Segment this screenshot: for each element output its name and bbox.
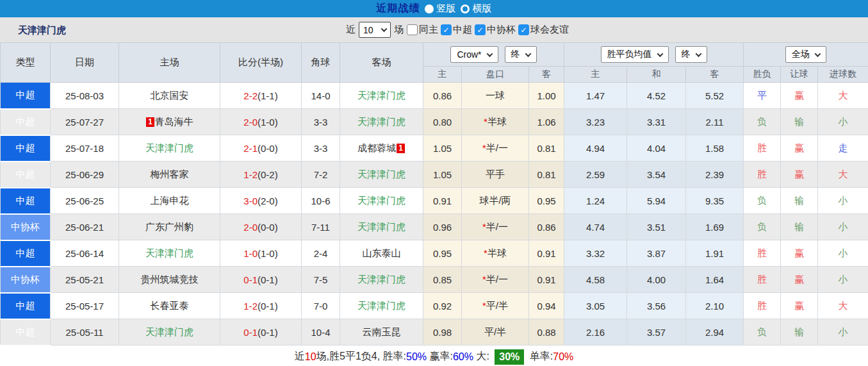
page-title: 近期战绩 [377, 2, 420, 15]
winlose-result-cell: 胜 [744, 293, 781, 319]
home-team-cell: 天津津门虎 [119, 319, 220, 345]
layout-radio-vertical[interactable]: 竖版 [425, 3, 456, 15]
summary-segment: 场,胜5平1负4, 胜率: [316, 350, 406, 363]
mean-state-value: 终 [682, 49, 691, 60]
goals-result-cell: 小 [818, 109, 868, 135]
mean-odds-header-cell: 胜平负均值 终 [564, 43, 744, 67]
winlose-result-cell: 负 [744, 109, 781, 135]
home-team-name: 青岛海牛 [155, 116, 193, 127]
halftime-score: (1-1) [258, 90, 278, 101]
match-history-table: 类型 日期 主场 比分(半场) 角球 客场 Crow* 终 [0, 42, 868, 346]
handicap-text: 一球 [486, 90, 505, 101]
letgoal-result-cell: 输 [781, 109, 818, 135]
checkbox-checked-icon: ✓ [475, 24, 486, 35]
mean-home-cell: 1.24 [564, 188, 627, 214]
corner-cell: 7-2 [302, 162, 340, 188]
checkbox-label: 球会友谊 [530, 24, 569, 36]
goals-result-cell: 大 [818, 162, 868, 188]
table-row: 中协杯25-05-21贵州筑城竞技0-1(0-1)7-5天津津门虎0.85*半/… [1, 267, 868, 293]
letgoal-result-cell: 赢 [781, 135, 818, 162]
winlose-result-cell: 胜 [744, 162, 781, 188]
checkbox-label: 同主 [419, 24, 438, 36]
crow-away-odds-cell: 0.88 [529, 319, 564, 345]
crow-away-odds-cell: 1.06 [529, 109, 564, 135]
type-cell: 中超 [1, 109, 51, 135]
mean-away-cell: 2.10 [686, 293, 744, 319]
score-cell: 0-1(0-1) [220, 319, 302, 345]
handicap-cell: *平/半 [462, 293, 529, 319]
crow-home-odds-cell: 1.05 [423, 162, 462, 188]
date-cell: 25-05-21 [51, 267, 119, 293]
home-team-cell: 贵州筑城竞技 [119, 267, 220, 293]
score-cell: 0-1(0-1) [220, 267, 302, 293]
away-team-name: 云南玉昆 [363, 326, 401, 337]
halftime-score: (2-0) [258, 195, 278, 206]
handicap-cell: 球半/两 [462, 188, 529, 214]
sub-header-handicap: 盘口 [462, 67, 529, 83]
mean-home-cell: 4.74 [564, 214, 627, 240]
radio-label-vertical: 竖版 [437, 3, 456, 15]
away-team-name: 天津津门虎 [357, 169, 405, 179]
corner-cell: 10-4 [302, 319, 340, 345]
match-table-body: 中超25-08-03北京国安2-2(1-1)14-0天津津门虎0.86一球1.0… [1, 83, 868, 345]
filter-checkbox-3[interactable]: ✓球会友谊 [518, 24, 569, 36]
crow-away-odds-cell: 0.95 [529, 188, 564, 214]
home-team-name: 广东广州豹 [145, 221, 193, 232]
mean-home-cell: 1.47 [564, 83, 627, 109]
chevron-down-icon [381, 26, 388, 32]
radio-label-horizontal: 横版 [473, 3, 492, 15]
bookmaker-state-select[interactable]: 终 [505, 46, 537, 63]
handicap-text: 半球 [487, 116, 507, 127]
mean-odds-select[interactable]: 胜平负均值 [601, 46, 669, 63]
away-team-name: 天津津门虎 [357, 274, 405, 285]
halftime-score: (0-1) [258, 327, 278, 338]
table-header: 类型 日期 主场 比分(半场) 角球 客场 Crow* 终 [1, 43, 868, 83]
mean-state-select[interactable]: 终 [675, 46, 707, 63]
mean-draw-cell: 4.04 [627, 135, 686, 162]
crow-away-odds-cell: 0.91 [529, 240, 564, 267]
filter-checkbox-0[interactable]: 同主 [407, 24, 438, 36]
mean-draw-cell: 4.00 [627, 267, 686, 293]
crow-home-odds-cell: 0.80 [423, 109, 462, 135]
date-cell: 25-08-03 [51, 83, 119, 109]
fulltime-score: 1-2 [243, 169, 258, 180]
handicap-cell: *半/一 [462, 267, 529, 293]
mean-draw-cell: 3.57 [627, 319, 686, 345]
checkbox-checked-icon: ✓ [518, 24, 529, 35]
away-team-cell: 成都蓉城1 [340, 135, 423, 162]
summary-segment: 60% [453, 351, 473, 363]
mean-away-cell: 1.69 [686, 214, 744, 240]
crow-home-odds-cell: 0.92 [423, 293, 462, 319]
letgoal-result-cell: 赢 [781, 293, 818, 319]
crow-away-odds-cell: 0.81 [529, 162, 564, 188]
filter-checkbox-1[interactable]: ✓中超 [441, 24, 472, 36]
corner-cell: 7-0 [302, 293, 340, 319]
date-cell: 25-07-18 [51, 135, 119, 162]
bookmaker-select[interactable]: Crow* [450, 46, 498, 63]
checkbox-label: 中超 [453, 24, 472, 36]
crow-home-odds-cell: 0.85 [423, 267, 462, 293]
mean-away-cell: 1.91 [686, 240, 744, 267]
handicap-cell: 平/半 [462, 319, 529, 345]
recent-count-select[interactable]: 10 [359, 22, 391, 38]
recent-count-value: 10 [363, 25, 373, 35]
radio-unselected-icon [461, 4, 470, 13]
period-select[interactable]: 全场 [785, 46, 826, 63]
filter-checkbox-2[interactable]: ✓中协杯 [475, 24, 516, 36]
mean-away-cell: 5.52 [686, 83, 744, 109]
type-cell: 中超 [1, 83, 51, 109]
sub-header-mean-away: 客 [686, 67, 744, 83]
table-row: 中超25-06-25上海申花3-0(2-0)10-6天津津门虎0.91球半/两0… [1, 188, 868, 214]
topbar: 近期战绩 竖版 横版 [0, 0, 868, 17]
away-team-name: 成都蓉城 [357, 142, 396, 153]
winlose-result-cell: 胜 [744, 135, 781, 162]
away-team-cell: 山东泰山 [340, 240, 423, 267]
home-team-cell: 北京国安 [119, 83, 220, 109]
away-team-name: 天津津门虎 [357, 90, 405, 101]
crow-home-odds-cell: 0.95 [423, 240, 462, 267]
mean-draw-cell: 3.56 [627, 293, 686, 319]
handicap-text: 半/一 [486, 221, 508, 232]
type-cell: 中超 [1, 319, 51, 345]
layout-radio-horizontal[interactable]: 横版 [461, 3, 492, 15]
letgoal-result-cell: 输 [781, 319, 818, 345]
